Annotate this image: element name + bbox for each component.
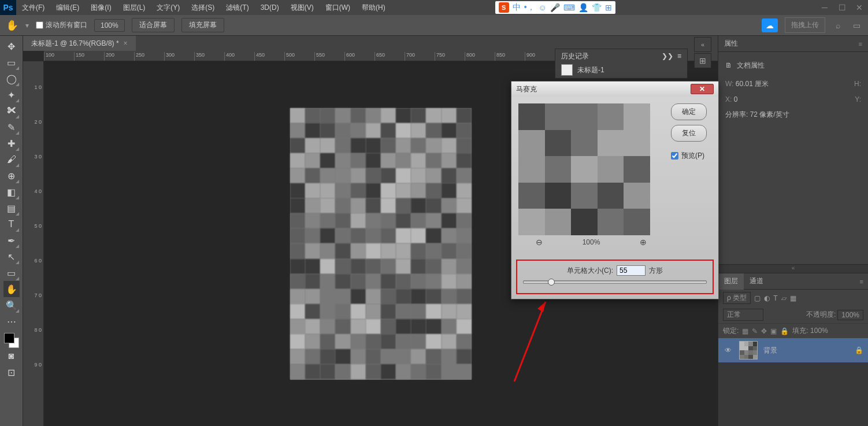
visibility-icon[interactable]: 👁 xyxy=(723,346,733,354)
gradient-tool[interactable]: ▤ xyxy=(3,200,20,216)
fill-value[interactable]: 100% xyxy=(810,327,828,335)
menu-edit[interactable]: 编辑(E) xyxy=(50,0,85,15)
search-icon[interactable]: ⌕ xyxy=(832,20,844,31)
cloud-icon[interactable]: ☁ xyxy=(762,18,778,32)
cell-size-input[interactable] xyxy=(617,265,646,276)
scroll-all-checkbox[interactable]: 滚动所有窗口 xyxy=(36,20,87,30)
filter-shape-icon[interactable]: ▱ xyxy=(781,294,787,302)
menu-type[interactable]: 文字(Y) xyxy=(151,0,186,15)
ime-punct-icon[interactable]: •， xyxy=(524,2,535,13)
zoom-tool[interactable]: 🔍 xyxy=(3,297,20,313)
reset-button[interactable]: 复位 xyxy=(671,125,707,142)
fit-screen-button[interactable]: 适合屏幕 xyxy=(132,18,175,32)
layers-menu-icon[interactable]: ≡ xyxy=(860,278,868,285)
dialog-titlebar[interactable]: 马赛克 ✕ xyxy=(511,82,718,97)
scroll-all-input[interactable] xyxy=(36,21,43,29)
foreground-color[interactable] xyxy=(4,333,14,343)
lock-artboard-icon[interactable]: ▣ xyxy=(770,327,777,335)
tab-close-icon[interactable]: × xyxy=(124,39,128,47)
ime-skin-icon[interactable]: 👕 xyxy=(592,3,602,12)
type-tool[interactable]: T xyxy=(3,216,20,232)
filter-image-icon[interactable]: ▢ xyxy=(754,294,761,302)
marquee-tool[interactable]: ▭ xyxy=(3,54,20,71)
edit-toolbar[interactable]: ⋯ xyxy=(3,313,20,329)
tab-layers[interactable]: 图层 xyxy=(718,273,744,290)
menu-layer[interactable]: 图层(L) xyxy=(117,0,151,15)
preview-check-input[interactable] xyxy=(671,152,678,160)
dialog-close-button[interactable]: ✕ xyxy=(691,84,714,94)
menu-filter[interactable]: 滤镜(T) xyxy=(220,0,254,15)
ruler-vertical[interactable]: 1 02 03 04 05 06 07 08 09 0 xyxy=(23,61,44,426)
panel-menu-icon[interactable]: ≡ xyxy=(859,40,862,47)
ime-lang[interactable]: 中 xyxy=(513,2,521,13)
menu-view[interactable]: 视图(V) xyxy=(285,0,320,15)
properties-panel-tab[interactable]: 属性 ≡ xyxy=(718,36,868,52)
filter-preview[interactable] xyxy=(518,103,650,235)
ime-emoji-icon[interactable]: ☺ xyxy=(539,3,547,12)
panel-dock-icon[interactable]: ⊞ xyxy=(694,53,711,68)
crop-tool[interactable]: ✀ xyxy=(3,103,20,119)
history-collapse-icon[interactable]: ❯❯ xyxy=(662,52,673,60)
layer-thumbnail[interactable] xyxy=(739,341,758,360)
fill-screen-button[interactable]: 填充屏幕 xyxy=(181,18,224,32)
menu-help[interactable]: 帮助(H) xyxy=(356,0,391,15)
lock-all-icon[interactable]: 🔒 xyxy=(780,327,789,335)
workspace-icon[interactable]: ▭ xyxy=(851,20,862,31)
menu-window[interactable]: 窗口(W) xyxy=(320,0,356,15)
eraser-tool[interactable]: ◧ xyxy=(3,184,20,200)
blend-mode-select[interactable]: 正常 xyxy=(723,309,763,321)
tool-preset-dropdown-icon[interactable]: ▾ xyxy=(25,21,29,29)
panel-collapse-icon[interactable]: « xyxy=(694,37,711,52)
quick-select-tool[interactable]: ✦ xyxy=(3,87,20,103)
lasso-tool[interactable]: ◯ xyxy=(3,71,20,87)
ime-person-icon[interactable]: 👤 xyxy=(578,3,588,12)
stamp-tool[interactable]: ⊕ xyxy=(3,168,20,184)
quickmask-tool[interactable]: ◙ xyxy=(3,348,20,364)
ime-toolbar[interactable]: S 中 •， ☺ 🎤 ⌨ 👤 👕 ⊞ xyxy=(495,1,615,14)
lock-position-icon[interactable]: ✥ xyxy=(761,327,767,335)
layer-filter-kind[interactable]: ρ 类型 xyxy=(723,292,751,304)
menu-file[interactable]: 文件(F) xyxy=(16,0,50,15)
history-menu-icon[interactable]: ≡ xyxy=(677,52,681,60)
preview-checkbox[interactable]: 预览(P) xyxy=(671,151,707,161)
zoom-out-icon[interactable]: ⊖ xyxy=(536,238,543,247)
filter-smart-icon[interactable]: ▦ xyxy=(790,294,796,302)
menu-select[interactable]: 选择(S) xyxy=(186,0,220,15)
filter-type-icon[interactable]: T xyxy=(773,294,777,302)
menu-3d[interactable]: 3D(D) xyxy=(255,0,285,15)
panel-divider[interactable]: « xyxy=(718,264,868,273)
pen-tool[interactable]: ✒ xyxy=(3,232,20,249)
healing-tool[interactable]: ✚ xyxy=(3,135,20,151)
move-tool[interactable]: ✥ xyxy=(3,38,20,54)
layer-background[interactable]: 👁 背景 🔒 xyxy=(718,338,868,362)
mosaic-dialog[interactable]: 马赛克 ✕ ⊖ 100% ⊕ 确定 复位 预览(P) 单元格大小(C): 方形 xyxy=(511,81,719,299)
maximize-button[interactable]: ☐ xyxy=(833,2,851,13)
menu-image[interactable]: 图像(I) xyxy=(85,0,117,15)
cell-size-slider[interactable] xyxy=(523,280,707,284)
screenmode-tool[interactable]: ⊡ xyxy=(3,364,20,380)
minimize-button[interactable]: ─ xyxy=(816,2,833,13)
brush-tool[interactable]: 🖌 xyxy=(3,151,20,168)
document-tab[interactable]: 未标题-1 @ 16.7%(RGB/8) * × xyxy=(23,36,136,51)
hand-tool[interactable]: ✋ xyxy=(3,281,20,297)
path-select-tool[interactable]: ↖ xyxy=(3,249,20,265)
slider-thumb[interactable] xyxy=(548,279,555,286)
eyedropper-tool[interactable]: ✎ xyxy=(3,119,20,135)
opacity-value[interactable]: 100% xyxy=(837,310,863,320)
color-swatch[interactable] xyxy=(4,333,19,348)
ime-keyboard-icon[interactable]: ⌨ xyxy=(563,3,575,12)
lock-pixels-icon[interactable]: ▦ xyxy=(742,327,748,335)
ime-grid-icon[interactable]: ⊞ xyxy=(605,3,612,12)
close-button[interactable]: ✕ xyxy=(851,2,868,13)
layer-name[interactable]: 背景 xyxy=(763,346,777,355)
history-item[interactable]: 未标题-1 xyxy=(577,65,604,75)
lock-brush-icon[interactable]: ✎ xyxy=(752,327,758,335)
tab-channels[interactable]: 通道 xyxy=(744,273,769,290)
shape-tool[interactable]: ▭ xyxy=(3,265,20,281)
ok-button[interactable]: 确定 xyxy=(671,103,707,120)
zoom-level[interactable]: 100% xyxy=(94,19,125,32)
zoom-in-icon[interactable]: ⊕ xyxy=(640,238,647,247)
history-panel[interactable]: 历史记录 ❯❯ ≡ 未标题-1 xyxy=(555,49,688,79)
drag-upload-button[interactable]: 拖拽上传 xyxy=(785,17,825,33)
document-canvas[interactable] xyxy=(290,108,472,380)
